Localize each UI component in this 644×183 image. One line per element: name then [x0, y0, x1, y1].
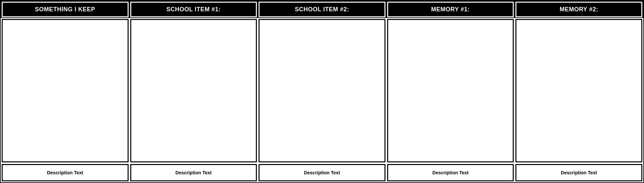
- header-col2-label: SCHOOL ITEM #1:: [166, 6, 221, 13]
- header-col4-label: MEMORY #1:: [431, 6, 470, 13]
- description-col1: Description Text: [2, 164, 129, 181]
- header-col1: SOMETHING I KEEP: [2, 2, 129, 17]
- image-cell-col4: [387, 19, 514, 162]
- description-col2-text: Description Text: [176, 170, 212, 175]
- description-col2: Description Text: [130, 164, 257, 181]
- description-col1-text: Description Text: [47, 170, 83, 175]
- description-col5: Description Text: [515, 164, 642, 181]
- description-col4-text: Description Text: [432, 170, 469, 175]
- description-col5-text: Description Text: [561, 170, 597, 175]
- header-col5: MEMORY #2:: [515, 2, 642, 17]
- description-col4: Description Text: [387, 164, 514, 181]
- header-col4: MEMORY #1:: [387, 2, 514, 17]
- header-col1-label: SOMETHING I KEEP: [35, 6, 95, 13]
- header-col3: SCHOOL ITEM #2:: [259, 2, 385, 17]
- description-col3: Description Text: [259, 164, 385, 181]
- header-col2: SCHOOL ITEM #1:: [130, 2, 257, 17]
- description-col3-text: Description Text: [304, 170, 340, 175]
- header-col5-label: MEMORY #2:: [560, 6, 598, 13]
- image-cell-col3: [259, 19, 385, 162]
- header-col3-label: SCHOOL ITEM #2:: [295, 6, 349, 13]
- image-cell-col1: [2, 19, 129, 162]
- main-grid: SOMETHING I KEEP SCHOOL ITEM #1: SCHOOL …: [0, 0, 644, 183]
- image-cell-col2: [130, 19, 257, 162]
- image-cell-col5: [515, 19, 642, 162]
